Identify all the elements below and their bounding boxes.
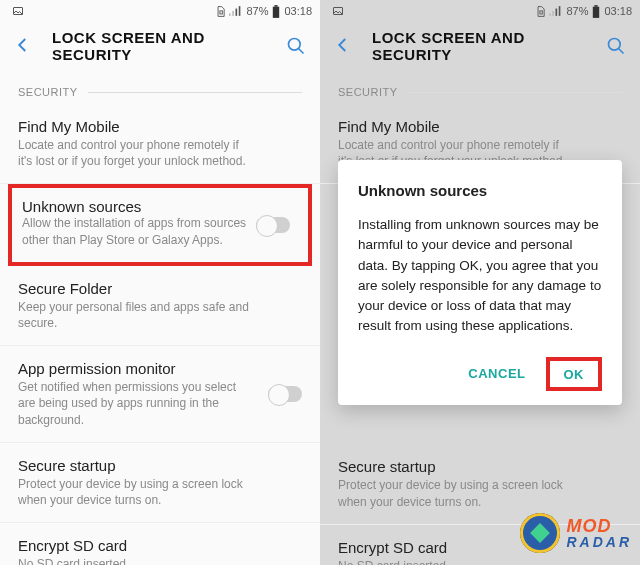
screenshot-right: 87% 03:18 LOCK SCREEN AND SECURITY SECUR… [320,0,640,565]
watermark-line2: RADAR [566,535,632,549]
svg-rect-15 [595,5,598,7]
search-icon[interactable] [286,36,306,56]
svg-rect-5 [239,6,241,16]
picture-icon [12,5,24,17]
row-secure-folder[interactable]: Secure Folder Keep your personal files a… [0,266,320,346]
svg-rect-11 [549,13,551,15]
back-icon[interactable] [14,36,34,56]
status-bar: 87% 03:18 [0,0,320,22]
row-title: Secure startup [18,457,302,474]
status-bar: 87% 03:18 [320,0,640,22]
row-subtitle: Keep your personal files and apps safe a… [18,299,302,331]
dialog-body: Installing from unknown sources may be h… [358,215,602,337]
row-title: Secure Folder [18,280,302,297]
battery-percent: 87% [246,5,268,17]
row-encrypt-sd[interactable]: Encrypt SD card No SD card inserted [0,523,320,565]
sim-icon [536,6,545,17]
cancel-button[interactable]: CANCEL [456,358,537,389]
toggle-switch[interactable] [268,386,302,402]
row-subtitle: Get notified when permissions you select… [18,379,302,428]
clock: 03:18 [604,5,632,17]
svg-rect-16 [593,6,599,17]
row-secure-startup[interactable]: Secure startup Protect your device by us… [0,443,320,523]
signal-icon [229,6,242,16]
back-icon[interactable] [334,36,354,56]
row-title: Encrypt SD card [18,537,302,554]
page-title: LOCK SCREEN AND SECURITY [52,29,286,63]
dialog-title: Unknown sources [358,182,602,199]
section-label-security: SECURITY [0,70,320,104]
battery-icon [272,5,280,18]
battery-icon [592,5,600,18]
row-app-permission-monitor[interactable]: App permission monitor Get notified when… [0,346,320,443]
watermark-line1: MOD [566,517,632,535]
svg-rect-13 [556,9,558,16]
clock: 03:18 [284,5,312,17]
dialog-unknown-sources: Unknown sources Installing from unknown … [338,160,622,405]
row-subtitle: Protect your device by using a screen lo… [18,476,302,508]
ok-button[interactable]: OK [556,363,593,386]
watermark-modradar: MOD RADAR [520,513,632,553]
svg-rect-12 [553,11,555,16]
signal-icon [549,6,562,16]
row-title: Find My Mobile [18,118,302,135]
svg-point-17 [609,39,621,51]
svg-rect-7 [273,6,279,17]
svg-rect-6 [275,5,278,7]
row-subtitle: Locate and control your phone remotely i… [18,137,302,169]
row-find-my-mobile[interactable]: Find My Mobile Locate and control your p… [0,104,320,184]
svg-point-8 [289,39,301,51]
row-unknown-sources-highlighted[interactable]: Unknown sources Allow the installation o… [8,184,312,265]
app-header: LOCK SCREEN AND SECURITY [0,22,320,70]
svg-rect-2 [229,13,231,15]
row-title: App permission monitor [18,360,302,377]
section-label-security: SECURITY [320,70,640,104]
svg-rect-10 [540,10,542,13]
sim-icon [216,6,225,17]
row-title: Find My Mobile [338,118,622,135]
svg-rect-4 [236,9,238,16]
ok-button-highlighted: OK [546,357,603,391]
search-icon[interactable] [606,36,626,56]
svg-rect-14 [559,6,561,16]
svg-rect-1 [220,10,222,13]
screenshot-left: 87% 03:18 LOCK SCREEN AND SECURITY SECUR… [0,0,320,565]
battery-percent: 87% [566,5,588,17]
picture-icon [332,5,344,17]
row-subtitle: Protect your device by using a screen lo… [338,477,622,509]
watermark-badge-icon [520,513,560,553]
row-title: Secure startup [338,458,622,475]
row-subtitle: No SD card inserted [18,556,302,565]
page-title: LOCK SCREEN AND SECURITY [372,29,606,63]
svg-rect-3 [233,11,235,16]
toggle-switch[interactable] [256,217,290,233]
app-header: LOCK SCREEN AND SECURITY [320,22,640,70]
row-title: Unknown sources [22,198,298,215]
row-subtitle: No SD card inserted [338,558,622,565]
